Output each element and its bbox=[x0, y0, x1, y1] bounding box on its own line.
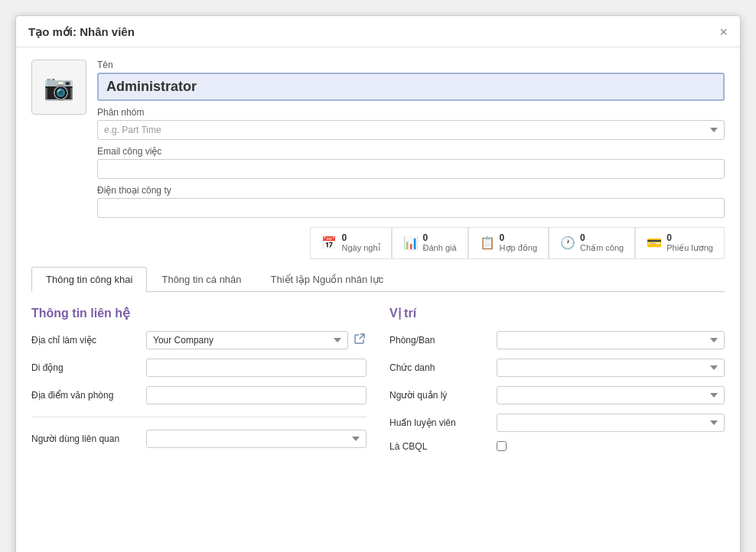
dia-diem-van-phong-row: Địa điểm văn phòng bbox=[31, 386, 367, 404]
huan-luyen-vien-label: Huấn luyện viên bbox=[389, 417, 489, 428]
chart-icon: 📊 bbox=[403, 235, 419, 250]
di-dong-input[interactable] bbox=[146, 359, 367, 377]
nguoi-dung-lien-quan-label: Người dùng liên quan bbox=[31, 433, 138, 444]
di-dong-label: Di động bbox=[31, 362, 138, 373]
phieu-luong-label: Phiếu lương bbox=[666, 243, 713, 253]
email-input[interactable] bbox=[97, 159, 725, 179]
huan-luyen-vien-row: Huấn luyện viên bbox=[389, 414, 725, 432]
danh-gia-label: Đánh giá bbox=[423, 243, 457, 253]
huan-luyen-vien-control bbox=[497, 414, 725, 432]
la-cbql-checkbox[interactable] bbox=[497, 441, 507, 451]
tab-thiet-lap-nguon-nhan-luc[interactable]: Thiết lập Nguồn nhân lực bbox=[256, 267, 399, 291]
top-fields: Tên Phân nhóm e.g. Part Time Email công … bbox=[97, 60, 725, 259]
phone-input[interactable] bbox=[97, 198, 725, 218]
content-section: Thông tin liên hệ Địa chỉ làm việc Your … bbox=[31, 306, 725, 461]
la-cbql-control bbox=[497, 441, 725, 451]
position-section: Vị trí Phòng/Ban Chức danh bbox=[389, 306, 725, 461]
clock-icon: 🕐 bbox=[560, 235, 575, 250]
chuc-danh-row: Chức danh bbox=[389, 359, 725, 377]
create-employee-modal: Tạo mới: Nhân viên × 📷 Tên Phân nhóm e.g… bbox=[15, 15, 741, 552]
nguoi-quan-ly-row: Người quản lý bbox=[389, 386, 725, 404]
nguoi-dung-lien-quan-control bbox=[146, 430, 367, 448]
stat-hop-dong[interactable]: 📋 0 Hợp đồng bbox=[468, 227, 549, 259]
cham-cong-label: Chấm công bbox=[580, 243, 624, 253]
chuc-danh-select[interactable] bbox=[497, 359, 725, 377]
tab-thong-tin-cong-khai[interactable]: Thông tin công khai bbox=[31, 267, 147, 292]
nguoi-dung-lien-quan-select[interactable] bbox=[146, 430, 367, 448]
camera-icon: 📷 bbox=[44, 73, 74, 102]
contact-title: Thông tin liên hệ bbox=[31, 306, 367, 320]
payslip-icon: 💳 bbox=[647, 235, 662, 250]
external-link-button[interactable] bbox=[353, 333, 367, 346]
modal-header: Tạo mới: Nhân viên × bbox=[16, 16, 740, 47]
stats-row: 📅 0 Ngày nghỉ 📊 0 Đánh giá bbox=[97, 227, 725, 259]
name-label: Tên bbox=[97, 60, 725, 70]
dia-chi-lam-viec-control: Your Company bbox=[146, 331, 367, 349]
contact-section: Thông tin liên hệ Địa chỉ làm việc Your … bbox=[31, 306, 367, 461]
dia-chi-lam-viec-label: Địa chỉ làm việc bbox=[31, 335, 138, 346]
nguoi-quan-ly-control bbox=[497, 386, 725, 404]
stat-ngay-nghi[interactable]: 📅 0 Ngày nghỉ bbox=[310, 227, 391, 259]
phong-ban-select[interactable] bbox=[497, 331, 725, 349]
di-dong-control bbox=[146, 359, 367, 377]
top-section: 📷 Tên Phân nhóm e.g. Part Time Email côn… bbox=[31, 60, 725, 259]
modal-body: 📷 Tên Phân nhóm e.g. Part Time Email côn… bbox=[16, 47, 740, 473]
calendar-icon: 📅 bbox=[321, 235, 337, 250]
position-title: Vị trí bbox=[389, 306, 725, 320]
ngay-nghi-label: Ngày nghỉ bbox=[341, 243, 380, 253]
phong-ban-label: Phòng/Ban bbox=[389, 335, 489, 346]
phan-nhom-select[interactable]: e.g. Part Time bbox=[97, 120, 725, 140]
dia-diem-van-phong-control bbox=[146, 386, 367, 404]
phong-ban-control bbox=[497, 331, 725, 349]
avatar[interactable]: 📷 bbox=[31, 60, 86, 115]
nguoi-quan-ly-label: Người quản lý bbox=[389, 390, 489, 401]
nguoi-dung-lien-quan-row: Người dùng liên quan bbox=[31, 430, 367, 448]
la-cbql-label: Là CBQL bbox=[389, 441, 489, 452]
close-button[interactable]: × bbox=[719, 25, 728, 39]
email-label: Email công việc bbox=[97, 146, 725, 157]
tab-thong-tin-ca-nhan[interactable]: Thông tin cá nhân bbox=[147, 267, 256, 291]
stat-phieu-luong[interactable]: 💳 0 Phiếu lương bbox=[635, 227, 725, 259]
hop-dong-count: 0 bbox=[500, 232, 537, 243]
phieu-luong-count: 0 bbox=[666, 232, 713, 243]
modal-title: Tạo mới: Nhân viên bbox=[28, 25, 135, 39]
phone-label: Điện thoại công ty bbox=[97, 185, 725, 196]
contract-icon: 📋 bbox=[480, 235, 495, 250]
hop-dong-label: Hợp đồng bbox=[500, 243, 537, 253]
cham-cong-count: 0 bbox=[580, 232, 624, 243]
huan-luyen-vien-select[interactable] bbox=[497, 414, 725, 432]
dia-chi-lam-viec-select[interactable]: Your Company bbox=[146, 331, 348, 349]
phan-nhom-label: Phân nhóm bbox=[97, 107, 725, 118]
la-cbql-row: Là CBQL bbox=[389, 441, 725, 452]
dia-chi-lam-viec-row: Địa chỉ làm việc Your Company bbox=[31, 331, 367, 349]
divider bbox=[31, 417, 367, 417]
dia-diem-van-phong-label: Địa điểm văn phòng bbox=[31, 390, 138, 401]
stat-cham-cong[interactable]: 🕐 0 Chấm công bbox=[549, 227, 635, 259]
phong-ban-row: Phòng/Ban bbox=[389, 331, 725, 349]
name-input[interactable] bbox=[97, 73, 725, 101]
nguoi-quan-ly-select[interactable] bbox=[497, 386, 725, 404]
danh-gia-count: 0 bbox=[423, 232, 457, 243]
di-dong-row: Di động bbox=[31, 359, 367, 377]
dia-diem-van-phong-input[interactable] bbox=[146, 386, 367, 404]
stat-danh-gia[interactable]: 📊 0 Đánh giá bbox=[392, 227, 468, 259]
chuc-danh-control bbox=[497, 359, 725, 377]
chuc-danh-label: Chức danh bbox=[389, 362, 489, 373]
tabs-row: Thông tin công khai Thông tin cá nhân Th… bbox=[31, 267, 725, 292]
ngay-nghi-count: 0 bbox=[341, 232, 380, 243]
